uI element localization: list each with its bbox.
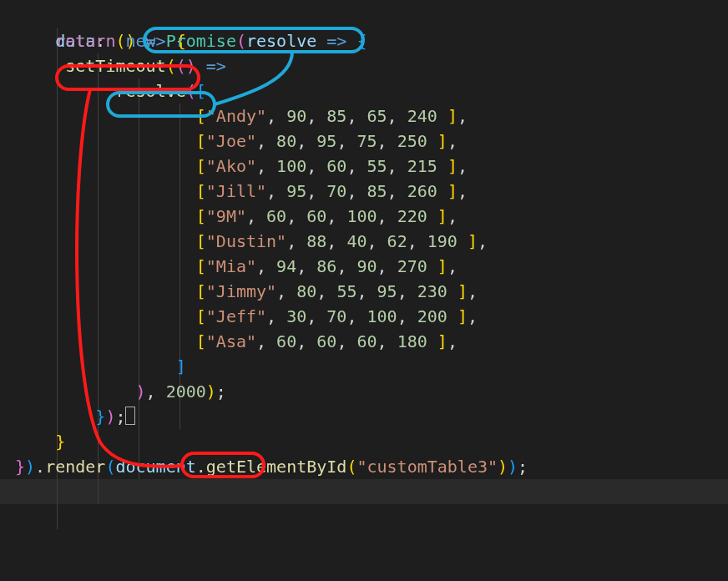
code-token: "customTable3" [356, 457, 498, 477]
bracket-icon: [ [196, 231, 206, 251]
code-line[interactable]: setTimeout(() => [0, 53, 728, 78]
bracket-icon: ] [437, 206, 447, 226]
bracket-icon: } [15, 457, 25, 477]
bracket-icon: ] [447, 106, 458, 126]
code-line[interactable]: ["Ako", 100, 60, 55, 215 ], [0, 154, 728, 179]
bracket-icon: ] [458, 306, 468, 326]
bracket-icon: () [176, 56, 196, 76]
bracket-icon: ] [437, 331, 447, 351]
code-token: getElementById [206, 457, 347, 477]
code-line[interactable]: ] [0, 354, 728, 379]
code-line[interactable]: ["Jimmy", 80, 55, 95, 230 ], [0, 279, 728, 304]
bracket-icon: ) [105, 407, 115, 427]
bracket-icon: ) [25, 457, 35, 477]
bracket-icon: ) [498, 457, 508, 477]
bracket-icon: ( [186, 81, 196, 101]
code-line[interactable]: ["Jill", 95, 70, 85, 260 ], [0, 179, 728, 204]
bracket-icon: ( [346, 457, 356, 477]
bracket-icon: ] [437, 131, 447, 151]
bracket-icon: ] [176, 356, 186, 376]
code-line[interactable]: return new Promise(resolve => { [0, 28, 728, 53]
code-token: resolve [246, 31, 316, 51]
code-line[interactable]: ["9M", 60, 60, 100, 220 ], [0, 204, 728, 229]
code-line[interactable]: }); [0, 404, 728, 429]
bracket-icon: [ [196, 256, 206, 276]
bracket-icon: [ [196, 281, 206, 301]
bracket-icon: ) [206, 381, 216, 402]
bracket-icon: [ [196, 106, 206, 126]
code-token: 2000 [166, 381, 206, 402]
code-line[interactable]: resolve([ [0, 78, 728, 104]
bracket-icon: { [356, 31, 367, 51]
code-token: Promise [166, 31, 236, 51]
bracket-icon: ) [508, 457, 518, 477]
code-token: resolve [115, 81, 185, 101]
code-token: new [125, 31, 155, 51]
code-token: return [55, 31, 115, 51]
code-token: => [316, 31, 346, 51]
code-line[interactable]: ["Jeff", 30, 70, 100, 200 ], [0, 304, 728, 329]
bracket-icon: ( [166, 56, 176, 76]
bracket-icon: [ [196, 181, 206, 201]
bracket-icon: [ [196, 331, 206, 351]
code-token: setTimeout [65, 56, 165, 76]
code-line[interactable]: } [0, 429, 728, 454]
bracket-icon: [ [196, 81, 206, 101]
code-line[interactable]: ["Mia", 94, 86, 90, 270 ], [0, 254, 728, 279]
current-line-highlight [0, 479, 728, 504]
code-line[interactable]: ["Asa", 60, 60, 60, 180 ], [0, 329, 728, 354]
bracket-icon: } [55, 432, 65, 452]
code-line[interactable]: ["Joe", 80, 95, 75, 250 ], [0, 129, 728, 154]
cursor-icon [125, 407, 135, 425]
bracket-icon: ] [437, 256, 447, 276]
bracket-icon: [ [196, 156, 206, 176]
code-line[interactable]: }).render(document.getElementById("custo… [0, 454, 728, 479]
bracket-icon: ] [468, 231, 478, 251]
bracket-icon: [ [196, 206, 206, 226]
code-editor[interactable]: data: () => { return new Promise(resolve… [0, 0, 728, 581]
code-line[interactable]: ["Andy", 90, 85, 65, 240 ], [0, 104, 728, 129]
bracket-icon: ] [447, 181, 458, 201]
bracket-icon: } [95, 407, 105, 427]
code-line[interactable]: ), 2000); [0, 379, 728, 404]
bracket-icon: [ [196, 306, 206, 326]
bracket-icon: ] [447, 156, 458, 176]
code-line[interactable]: data: () => { [0, 3, 728, 28]
bracket-icon: [ [196, 131, 206, 151]
code-token: document [115, 457, 195, 477]
code-line[interactable]: ["Dustin", 88, 40, 62, 190 ], [0, 229, 728, 254]
bracket-icon: ) [136, 381, 146, 402]
code-token: => [196, 56, 226, 76]
code-token: render [45, 457, 105, 477]
code-token: "Andy" [206, 106, 266, 126]
bracket-icon: ( [236, 31, 246, 51]
bracket-icon: ( [105, 457, 115, 477]
bracket-icon: ] [458, 281, 468, 301]
